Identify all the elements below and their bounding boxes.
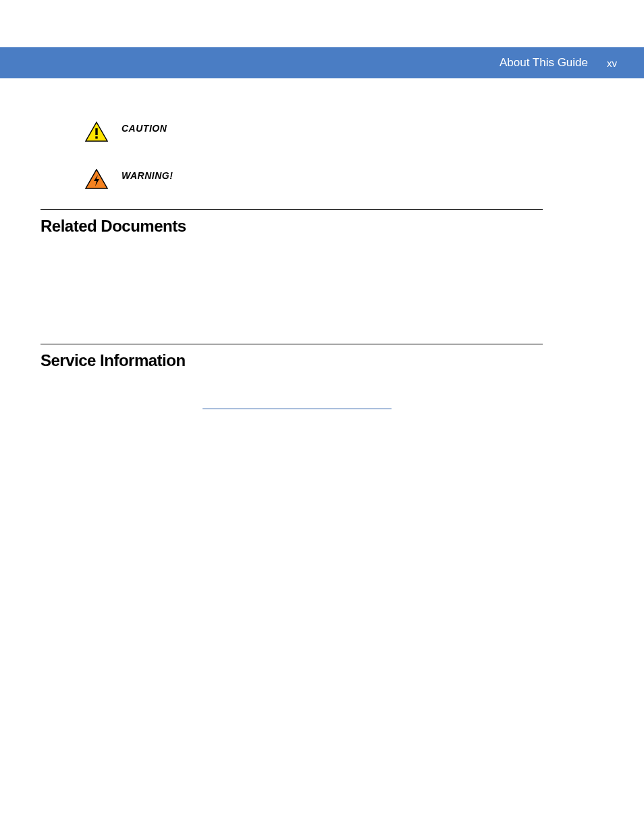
page-header: About This Guide xv [0, 47, 644, 78]
page-content: CAUTION WARNING! Related Documents Servi… [41, 122, 543, 423]
caution-label: CAUTION [122, 122, 167, 134]
service-information-section: Service Information [41, 344, 543, 409]
service-link-row [203, 397, 543, 409]
service-information-heading: Service Information [41, 351, 543, 370]
warning-icon [81, 169, 111, 189]
page-number: xv [607, 57, 617, 69]
section-divider [41, 209, 543, 210]
section-divider [41, 344, 543, 344]
related-documents-heading: Related Documents [41, 217, 543, 236]
related-documents-section: Related Documents [41, 209, 543, 236]
warning-label: WARNING! [122, 169, 173, 181]
warning-callout: WARNING! [41, 169, 543, 189]
header-title: About This Guide [500, 56, 588, 70]
svg-rect-2 [95, 136, 97, 138]
hyperlink-underline[interactable] [203, 400, 392, 409]
svg-rect-1 [95, 128, 97, 135]
caution-callout: CAUTION [41, 122, 543, 142]
caution-icon [81, 122, 111, 142]
